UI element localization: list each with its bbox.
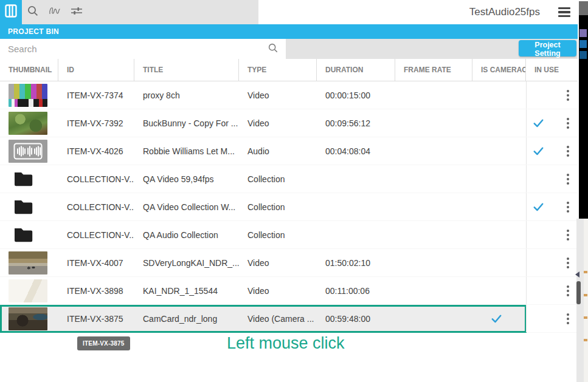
in-use-check-icon (527, 146, 550, 155)
row-type: Collection (239, 221, 317, 248)
icon-fragment (584, 316, 587, 319)
panel-title: PROJECT BIN (8, 27, 59, 36)
adjacent-panel-lower-sliver (584, 219, 588, 382)
table-row-item-vx-4007[interactable]: ITEM-VX-4007SDVeryLongKAI_NDR_...Video01… (0, 249, 578, 277)
row-title: SDVeryLongKAI_NDR_... (134, 249, 239, 276)
column-header-frame-rate[interactable]: FRAME RATE (395, 59, 472, 81)
app-window: TestAudio25fps PROJECT BIN Search Projec… (0, 0, 588, 382)
column-header-is-camerac[interactable]: IS CAMERAC (472, 59, 526, 81)
row-id: COLLECTION-V... (58, 221, 134, 248)
workflow-icon (48, 5, 61, 19)
row-in-use (526, 221, 578, 248)
row-in-use (526, 249, 578, 276)
video-thumbnail (9, 307, 47, 330)
row-type: Video (Camera ... (239, 305, 317, 332)
row-title: BuckBunny - Copy For ... (134, 109, 239, 137)
column-header-thumbnail[interactable]: THUMBNAIL (0, 59, 58, 81)
column-header-title[interactable]: TITLE (134, 59, 239, 81)
click-annotation: Left mouse click (227, 334, 345, 353)
search-icon[interactable] (268, 43, 278, 56)
row-id: ITEM-VX-7374 (58, 81, 134, 109)
filters-tool-button[interactable] (66, 0, 88, 24)
table-row-collection-v[interactable]: COLLECTION-V...QA Video Collection W...C… (0, 193, 578, 221)
cameracard-check-icon (485, 314, 508, 323)
menu-icon[interactable] (558, 7, 570, 17)
row-id: ITEM-VX-4007 (58, 249, 134, 276)
row-type: Video (239, 81, 317, 109)
top-toolbar: TestAudio25fps (0, 0, 578, 24)
row-is-cameracard (472, 221, 526, 248)
row-menu-button[interactable] (564, 255, 572, 271)
tab-project-bin[interactable] (0, 0, 22, 24)
workflow-tool-button[interactable] (44, 0, 66, 24)
row-is-cameracard (472, 193, 526, 220)
row-is-cameracard (472, 109, 526, 137)
row-menu-button[interactable] (564, 115, 572, 131)
row-frame-rate (395, 305, 472, 332)
row-frame-rate (395, 221, 472, 248)
row-duration (317, 165, 395, 193)
table-header: THUMBNAILIDTITLETYPEDURATIONFRAME RATEIS… (0, 59, 578, 81)
row-id: ITEM-VX-3898 (58, 277, 134, 304)
table-row-item-vx-4026[interactable]: ITEM-VX-4026Robbie Williams Let M...Audi… (0, 137, 578, 165)
table-row-item-vx-3898[interactable]: ITEM-VX-3898KAI_NDR_1_15544Video00:11:00… (0, 277, 578, 305)
search-icon (27, 5, 39, 19)
search-tool-button[interactable] (22, 0, 44, 24)
row-type: Collection (239, 193, 317, 220)
search-input[interactable]: Search (0, 39, 286, 59)
search-row: Search Project Setting (0, 39, 578, 59)
row-is-cameracard (472, 165, 526, 193)
id-tooltip: ITEM-VX-3875 (77, 336, 130, 350)
row-title: QA Audio Collection (134, 221, 239, 248)
row-duration: 00:09:56:12 (317, 109, 395, 137)
icon-fragment (584, 294, 587, 296)
project-setting-button[interactable]: Project Setting (519, 40, 576, 56)
row-menu-button[interactable] (564, 143, 572, 159)
row-menu-button[interactable] (564, 227, 572, 243)
row-id: COLLECTION-V... (58, 193, 134, 220)
table-row-item-vx-7392[interactable]: ITEM-VX-7392BuckBunny - Copy For ...Vide… (0, 109, 578, 137)
icon-fragment (584, 339, 587, 341)
row-id: ITEM-VX-3875 (58, 305, 134, 332)
row-type: Collection (239, 165, 317, 193)
adjacent-panel-header-sliver (579, 1, 588, 15)
row-frame-rate (395, 137, 472, 165)
column-header-type[interactable]: TYPE (239, 59, 317, 81)
row-menu-button[interactable] (564, 283, 572, 299)
row-in-use (526, 137, 578, 165)
table-row-item-vx-7374[interactable]: ITEM-VX-7374proxy 8chVideo00:00:15:00 (0, 81, 578, 109)
row-is-cameracard (472, 277, 526, 304)
row-title: QA Video Collection W... (134, 193, 239, 220)
row-menu-button[interactable] (564, 199, 572, 215)
clip-fragment-purple (579, 29, 587, 37)
row-in-use (526, 81, 578, 109)
folder-icon (9, 199, 47, 215)
row-duration: 01:50:02:10 (317, 249, 395, 276)
table-row-collection-v[interactable]: COLLECTION-V...QA Video 59,94fpsCollecti… (0, 165, 578, 193)
adjacent-panel-sliver (579, 15, 588, 219)
toolbar-tab-strip (0, 0, 258, 24)
in-use-check-icon (527, 202, 550, 211)
row-duration (317, 221, 395, 248)
row-type: Audio (239, 137, 317, 165)
row-type: Video (239, 277, 317, 304)
row-duration: 00:00:15:00 (317, 81, 395, 109)
column-header-duration[interactable]: DURATION (317, 59, 395, 81)
table-row-item-vx-3875[interactable]: ITEM-VX-3875CamCard_ndr_longVideo (Camer… (0, 305, 578, 333)
folder-icon (9, 227, 47, 243)
row-frame-rate (395, 109, 472, 137)
row-in-use (526, 277, 578, 304)
row-in-use (526, 305, 578, 332)
video-thumbnail (9, 84, 47, 107)
row-menu-button[interactable] (564, 171, 572, 187)
row-in-use (526, 193, 578, 220)
icon-fragment (584, 271, 587, 273)
row-duration: 00:11:00:06 (317, 277, 395, 304)
column-header-in-use[interactable]: IN USE (526, 59, 578, 81)
row-frame-rate (395, 193, 472, 220)
row-frame-rate (395, 165, 472, 193)
row-menu-button[interactable] (564, 87, 572, 103)
row-menu-button[interactable] (564, 311, 572, 327)
table-row-collection-v[interactable]: COLLECTION-V...QA Audio CollectionCollec… (0, 221, 578, 249)
column-header-id[interactable]: ID (58, 59, 134, 81)
